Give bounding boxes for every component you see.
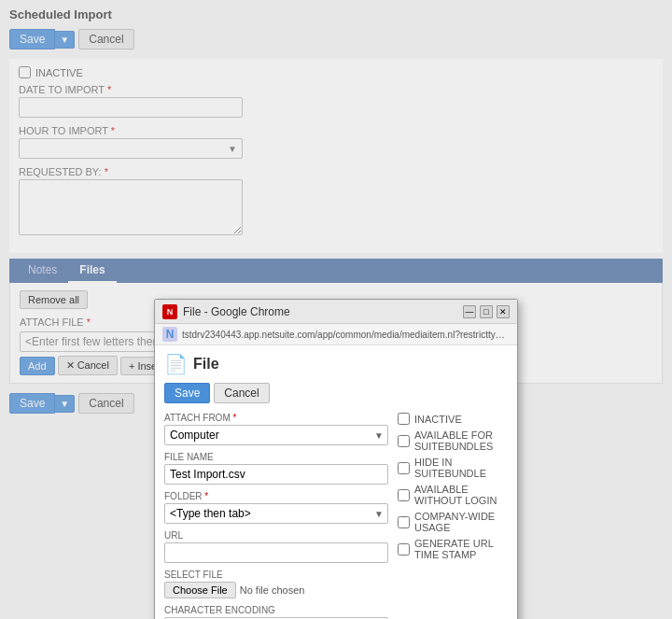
modal-company-wide-row: COMPANY-WIDE USAGE: [398, 511, 508, 533]
modal-inactive-row: INACTIVE: [398, 413, 508, 425]
select-file-label: SELECT FILE: [164, 570, 388, 580]
modal-hide-suitebundle-row: HIDE IN SUITEBUNDLE: [398, 457, 508, 479]
url-input[interactable]: [164, 542, 388, 563]
file-icon: 📄: [164, 353, 188, 375]
modal-generate-url-label: GENERATE URL TIME STAMP: [414, 538, 508, 560]
modal-title-text: File - Google Chrome: [183, 305, 290, 318]
modal-columns: ATTACH FROM * Computer From URL ▼ F: [164, 413, 508, 619]
modal-close-button[interactable]: ✕: [497, 305, 510, 318]
netsuite-url-icon: N: [162, 327, 177, 342]
modal-available-suitebundles-label: AVAILABLE FOR SUITEBUNDLES: [414, 429, 508, 452]
modal-hide-suitebundle-checkbox[interactable]: [398, 462, 410, 474]
modal-titlebar: N File - Google Chrome — □ ✕: [155, 300, 517, 324]
modal-save-button[interactable]: Save: [164, 383, 210, 403]
no-file-text: No file chosen: [240, 584, 305, 596]
modal-company-wide-label: COMPANY-WIDE USAGE: [414, 511, 508, 533]
file-name-input[interactable]: [164, 464, 388, 485]
modal-generate-url-row: GENERATE URL TIME STAMP: [398, 538, 508, 560]
modal-available-without-login-row: AVAILABLE WITHOUT LOGIN: [398, 484, 508, 506]
modal-urlbar: N tstdrv2340443.app.netsuite.com/app/com…: [155, 324, 517, 345]
attach-from-field: ATTACH FROM * Computer From URL ▼: [164, 413, 388, 445]
attach-from-select-wrapper: Computer From URL ▼: [164, 425, 388, 445]
modal-restore-button[interactable]: □: [480, 305, 493, 318]
modal-titlebar-controls: — □ ✕: [463, 305, 510, 318]
netsuite-logo-icon: N: [162, 304, 177, 319]
modal-generate-url-checkbox[interactable]: [398, 543, 410, 556]
modal-file-header: 📄 File: [164, 353, 508, 375]
modal-col-right: INACTIVE AVAILABLE FOR SUITEBUNDLES HIDE…: [398, 413, 508, 619]
modal-inactive-label: INACTIVE: [414, 414, 462, 425]
modal-body: 📄 File Save Cancel ATTACH FROM *: [155, 345, 517, 619]
file-modal: N File - Google Chrome — □ ✕ N tstdrv234…: [154, 299, 518, 619]
file-name-label: FILE NAME: [164, 452, 388, 462]
file-heading: File: [193, 356, 219, 373]
attach-from-select[interactable]: Computer From URL: [164, 425, 388, 445]
modal-available-suitebundles-checkbox[interactable]: [398, 435, 410, 447]
file-name-field: FILE NAME: [164, 452, 388, 485]
choose-file-row: Choose File No file chosen: [164, 582, 388, 598]
select-file-field: SELECT FILE Choose File No file chosen: [164, 570, 388, 598]
url-label: URL: [164, 530, 388, 541]
choose-file-button[interactable]: Choose File: [164, 582, 236, 598]
modal-inactive-checkbox[interactable]: [398, 413, 410, 425]
folder-field: FOLDER * <Type then tab> ▼: [164, 491, 388, 524]
modal-col-left: ATTACH FROM * Computer From URL ▼ F: [164, 413, 388, 619]
folder-label: FOLDER *: [164, 491, 388, 501]
modal-available-without-login-checkbox[interactable]: [398, 489, 410, 501]
modal-company-wide-checkbox[interactable]: [398, 516, 410, 528]
modal-hide-suitebundle-label: HIDE IN SUITEBUNDLE: [414, 457, 508, 479]
modal-action-toolbar: Save Cancel: [164, 383, 508, 403]
modal-minimize-button[interactable]: —: [463, 305, 476, 318]
modal-cancel-button[interactable]: Cancel: [214, 383, 269, 403]
folder-select-wrapper: <Type then tab> ▼: [164, 503, 388, 524]
modal-available-without-login-label: AVAILABLE WITHOUT LOGIN: [414, 484, 508, 506]
page-container: Scheduled Import Save ▼ Cancel INACTIVE …: [0, 0, 672, 619]
char-encoding-field: CHARACTER ENCODING Unicode (UTF-8) UTF-1…: [164, 605, 388, 619]
attach-from-label: ATTACH FROM *: [164, 413, 388, 423]
char-encoding-label: CHARACTER ENCODING: [164, 605, 388, 615]
url-field: URL: [164, 530, 388, 563]
modal-url-text: tstdrv2340443.app.netsuite.com/app/commo…: [182, 330, 510, 340]
folder-select[interactable]: <Type then tab>: [164, 503, 388, 524]
modal-titlebar-left: N File - Google Chrome: [162, 304, 290, 319]
modal-available-suitebundles-row: AVAILABLE FOR SUITEBUNDLES: [398, 429, 508, 452]
